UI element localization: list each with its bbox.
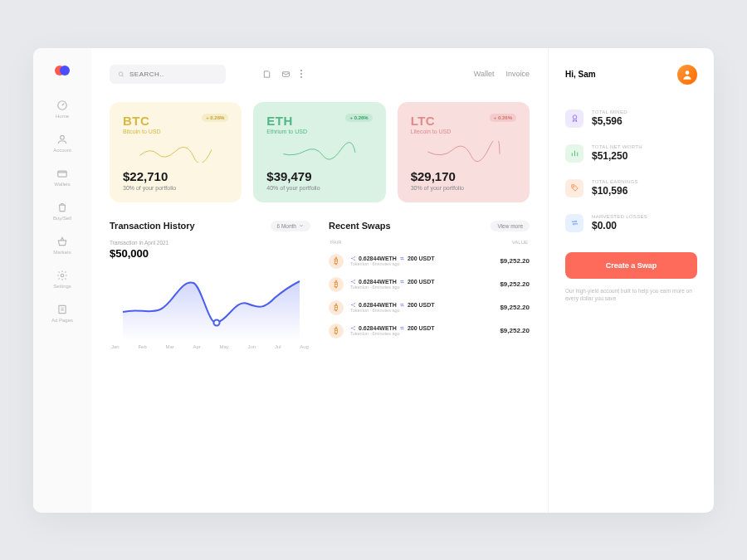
nav-wallets[interactable]: Wallets bbox=[33, 163, 91, 192]
wallet-icon bbox=[56, 168, 68, 179]
search-icon bbox=[118, 71, 124, 78]
nav-account[interactable]: Account bbox=[33, 129, 91, 158]
note-icon[interactable] bbox=[262, 70, 271, 79]
svg-point-14 bbox=[351, 304, 352, 305]
swap-row[interactable]: ₿0.62844WETH200 USDTTokenlon · 6minutes … bbox=[329, 250, 530, 273]
swap-row[interactable]: ₿0.62844WETH200 USDTTokenlon · 6minutes … bbox=[329, 319, 530, 343]
view-more-button[interactable]: View more bbox=[491, 221, 530, 231]
stat-label: TOTAL EARNINGS bbox=[592, 179, 638, 184]
svg-point-8 bbox=[351, 258, 352, 259]
stat-value: $0.00 bbox=[592, 220, 647, 231]
range-select[interactable]: 6 Month bbox=[271, 221, 311, 231]
nav-markets[interactable]: Markets bbox=[33, 231, 91, 260]
svg-point-13 bbox=[354, 283, 355, 284]
swap-row[interactable]: ₿0.62844WETH200 USDTTokenlon · 6minutes … bbox=[329, 296, 530, 319]
nav-label: Account bbox=[53, 148, 71, 153]
nav-label: Settings bbox=[53, 284, 71, 289]
swap-pair: 0.62844WETH200 USDT bbox=[350, 325, 500, 331]
exchange-icon bbox=[399, 325, 405, 331]
greeting-text: Hi, Sam bbox=[565, 70, 596, 79]
swap-sub: Tokenlon · 6minutes ago bbox=[350, 308, 500, 313]
avatar[interactable] bbox=[677, 65, 697, 85]
change-badge: + 0.26% bbox=[490, 114, 516, 122]
share-icon bbox=[350, 279, 356, 285]
history-title: Transaction History bbox=[110, 221, 195, 231]
swap-value: $9,252.20 bbox=[500, 304, 530, 311]
range-label: 6 Month bbox=[277, 223, 297, 229]
stat-label: TOTAL NET WORTH bbox=[592, 144, 642, 149]
change-badge: + 0.26% bbox=[345, 114, 372, 122]
invoice-link[interactable]: Invoice bbox=[505, 70, 530, 78]
gauge-icon bbox=[56, 100, 68, 111]
swap-sub: Tokenlon · 6minutes ago bbox=[350, 285, 500, 290]
chart-axis: Jan Feb Mar Apr May Jun Jul Aug bbox=[110, 344, 310, 349]
sidebar: Home Account Wallets Buy/Sell Markets Se… bbox=[33, 48, 91, 513]
coin-icon: ₿ bbox=[329, 254, 344, 269]
swaps-title: Recent Swaps bbox=[329, 221, 391, 231]
mail-icon[interactable] bbox=[281, 70, 290, 79]
svg-point-7 bbox=[214, 319, 220, 325]
greeting: Hi, Sam bbox=[565, 65, 697, 85]
sparkline-icon bbox=[123, 141, 228, 163]
svg-point-21 bbox=[573, 115, 577, 119]
ticker-sub: Ethrium to USD bbox=[266, 129, 307, 134]
month-label: Apr bbox=[193, 344, 200, 349]
exchange-icon bbox=[399, 256, 405, 261]
wallet-link[interactable]: Wallet bbox=[474, 70, 495, 78]
month-label: May bbox=[219, 344, 228, 349]
more-icon[interactable] bbox=[300, 70, 302, 78]
swap-sub: Tokenlon · 6minutes ago bbox=[350, 331, 500, 336]
transaction-history: Transaction History 6 Month Transaction … bbox=[110, 221, 310, 358]
nav-label: Home bbox=[56, 114, 69, 119]
nav-buy-sell[interactable]: Buy/Sell bbox=[33, 197, 91, 226]
basket-icon bbox=[56, 236, 68, 247]
swap-icon bbox=[565, 214, 583, 232]
exchange-icon bbox=[399, 279, 405, 285]
stat-value: $5,596 bbox=[592, 115, 627, 127]
swap-list: ₿0.62844WETH200 USDTTokenlon · 6minutes … bbox=[329, 250, 530, 343]
stat-net-worth: TOTAL NET WORTH$51,250 bbox=[565, 144, 697, 163]
ticker-sub: Litecoin to USD bbox=[411, 129, 452, 134]
coin-icon: ₿ bbox=[329, 300, 344, 315]
sparkline-icon bbox=[411, 141, 516, 163]
share-icon bbox=[350, 256, 356, 261]
nav-settings[interactable]: Settings bbox=[33, 265, 91, 294]
card-btc[interactable]: BTC Bitcoin to USD + 0.26% $22,710 30% o… bbox=[110, 102, 242, 202]
portfolio-share: 40% of your portfolio bbox=[266, 185, 372, 191]
bag-icon bbox=[56, 202, 68, 213]
share-icon bbox=[350, 302, 356, 308]
svg-point-3 bbox=[61, 274, 64, 277]
main-content: Wallet Invoice BTC Bitcoin to USD + 0.26… bbox=[91, 48, 548, 513]
bars-icon bbox=[565, 144, 583, 163]
price: $22,710 bbox=[123, 169, 228, 183]
stat-earnings: TOTAL EARNINGS$10,596 bbox=[565, 179, 697, 197]
search-input-wrap[interactable] bbox=[110, 65, 226, 84]
tag-icon bbox=[565, 179, 583, 197]
portfolio-cards: BTC Bitcoin to USD + 0.26% $22,710 30% o… bbox=[110, 102, 530, 202]
svg-point-9 bbox=[354, 256, 355, 257]
create-swap-button[interactable]: Create a Swap bbox=[565, 252, 697, 279]
stat-mined: TOTAL MINED$5,596 bbox=[565, 110, 697, 128]
month-label: Jul bbox=[275, 344, 281, 349]
nav-ad-pages[interactable]: Ad Pages bbox=[33, 299, 91, 328]
svg-point-20 bbox=[686, 71, 690, 75]
coin-icon: ₿ bbox=[329, 324, 344, 338]
nav-home[interactable]: Home bbox=[33, 95, 91, 124]
coin-icon: ₿ bbox=[329, 277, 344, 292]
swap-value: $9,252.20 bbox=[500, 327, 530, 334]
svg-point-11 bbox=[351, 281, 352, 282]
swap-row[interactable]: ₿0.62844WETH200 USDTTokenlon · 6minutes … bbox=[329, 273, 530, 296]
history-chart: Jan Feb Mar Apr May Jun Jul Aug bbox=[110, 266, 310, 358]
card-ltc[interactable]: LTC Litecoin to USD + 0.26% $29,170 30% … bbox=[398, 102, 530, 202]
gear-icon bbox=[56, 270, 68, 281]
month-label: Jun bbox=[248, 344, 256, 349]
stat-losses: HARVESTED LOSSES$0.00 bbox=[565, 214, 697, 232]
chevron-down-icon bbox=[299, 223, 304, 228]
month-label: Aug bbox=[300, 344, 309, 349]
card-eth[interactable]: ETH Ethrium to USD + 0.26% $39,479 40% o… bbox=[253, 102, 385, 202]
ticker: BTC bbox=[123, 114, 161, 128]
svg-point-22 bbox=[573, 186, 574, 187]
portfolio-share: 30% of your portfolio bbox=[123, 185, 228, 191]
swap-pair: 0.62844WETH200 USDT bbox=[350, 302, 500, 308]
search-input[interactable] bbox=[129, 71, 217, 78]
